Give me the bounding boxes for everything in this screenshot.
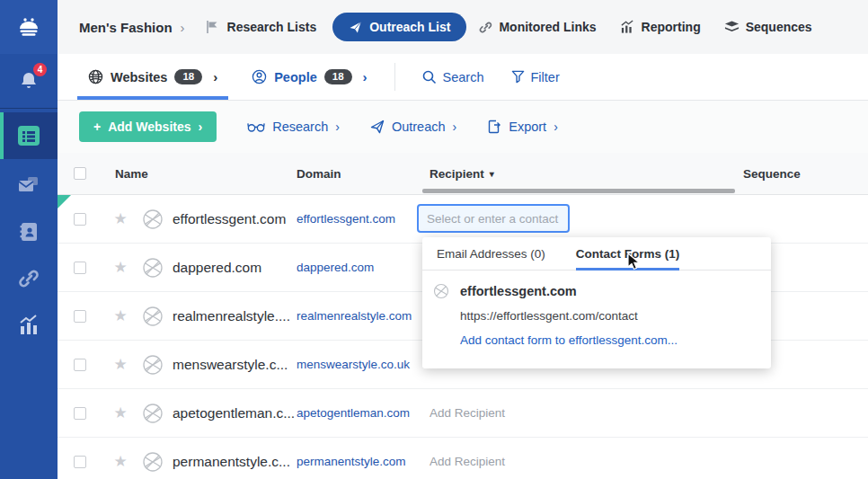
domain-link[interactable]: effortlessgent.com xyxy=(297,212,430,226)
add-contact-form-link[interactable]: Add contact form to effortlessgent.com..… xyxy=(460,333,757,347)
outreach-label: Outreach xyxy=(392,120,446,134)
column-header-domain[interactable]: Domain xyxy=(297,167,430,181)
search-icon xyxy=(422,70,437,84)
tab-people[interactable]: People 18 › xyxy=(248,54,370,100)
column-header-sequence[interactable]: Sequence xyxy=(743,167,868,181)
contact-picker-results: effortlessgent.com https://effortlessgen… xyxy=(422,271,771,347)
nav-outreach-list-label: Outreach List xyxy=(369,20,450,34)
website-name: apetogentleman.c... xyxy=(173,405,295,421)
domain-link[interactable]: realmenrealstyle.com xyxy=(297,309,430,323)
nav-reporting[interactable]: Reporting xyxy=(620,20,701,34)
star-icon[interactable]: ★ xyxy=(106,258,135,277)
notifications-button[interactable]: 4 xyxy=(0,61,58,101)
favicon-placeholder-icon xyxy=(142,257,164,279)
breadcrumb[interactable]: Men's Fashion › xyxy=(79,20,185,35)
contact-form-url[interactable]: https://effortlessgent.com/contact xyxy=(460,309,757,323)
domain-link[interactable]: menswearstyle.co.uk xyxy=(297,358,430,371)
tab-websites[interactable]: Websites 18 › xyxy=(84,54,221,100)
add-recipient-link[interactable]: Add Recipient xyxy=(430,455,743,468)
list-icon xyxy=(16,123,41,148)
nav-research-lists-label: Research Lists xyxy=(227,20,317,34)
website-name-cell: apetogentleman.c... xyxy=(135,403,297,424)
column-header-name[interactable]: Name xyxy=(106,167,297,181)
paper-plane-icon xyxy=(370,120,385,134)
horizontal-scrollbar[interactable] xyxy=(422,189,735,193)
chevron-right-icon: › xyxy=(213,69,217,84)
sidebar-item-lists[interactable] xyxy=(0,112,58,159)
sidebar-item-contacts[interactable] xyxy=(0,211,58,253)
row-checkbox[interactable] xyxy=(74,456,86,468)
filter-label: Filter xyxy=(531,70,560,84)
chevron-down-icon: ▾ xyxy=(490,169,494,179)
search-label: Search xyxy=(443,70,484,84)
mouse-cursor xyxy=(626,253,642,271)
websites-count-badge: 18 xyxy=(174,69,202,85)
recipient-header-label: Recipient xyxy=(430,167,484,181)
vertical-divider xyxy=(394,63,395,91)
nav-outreach-list[interactable]: Outreach List xyxy=(332,13,466,41)
star-icon[interactable]: ★ xyxy=(106,209,135,228)
search-button[interactable]: Search xyxy=(422,54,484,100)
address-book-icon xyxy=(18,221,40,243)
row-checkbox[interactable] xyxy=(74,213,86,226)
active-row-corner-marker xyxy=(58,195,71,208)
sidebar-item-outreach[interactable] xyxy=(0,164,58,206)
nav-sequences[interactable]: Sequences xyxy=(724,20,812,34)
favicon-placeholder-icon xyxy=(142,354,164,376)
row-checkbox[interactable] xyxy=(74,407,86,420)
select-all-checkbox[interactable] xyxy=(74,167,86,180)
favicon-placeholder-icon xyxy=(142,451,164,473)
plus-icon: + xyxy=(93,120,101,134)
star-icon[interactable]: ★ xyxy=(106,452,135,471)
export-menu-button[interactable]: Export › xyxy=(487,120,558,134)
filter-icon xyxy=(511,70,525,84)
column-header-recipient[interactable]: Recipient ▾ xyxy=(430,167,743,181)
row-checkbox[interactable] xyxy=(74,262,86,274)
row-checkbox[interactable] xyxy=(74,359,86,371)
domain-link[interactable]: permanentstyle.com xyxy=(297,455,430,468)
sidebar-item-reports[interactable] xyxy=(0,305,58,346)
mail-send-icon xyxy=(17,174,40,196)
buzzstream-logo-icon xyxy=(15,13,42,40)
sidebar: 4 xyxy=(0,0,58,479)
outreach-menu-button[interactable]: Outreach › xyxy=(370,120,456,134)
chevron-right-icon: › xyxy=(335,120,340,134)
website-name: permanentstyle.c... xyxy=(173,454,290,470)
bar-chart-icon xyxy=(620,20,635,34)
app-logo[interactable] xyxy=(0,0,58,54)
add-recipient-link[interactable]: Add Recipient xyxy=(430,406,743,420)
website-name: realmenrealstyle.... xyxy=(173,308,290,324)
table-row[interactable]: ★ permanentstyle.c... permanentstyle.com… xyxy=(58,438,868,479)
notification-badge: 4 xyxy=(33,63,47,76)
website-name-cell: dappered.com xyxy=(135,257,297,279)
chart-icon xyxy=(17,314,40,337)
domain-link[interactable]: dappered.com xyxy=(297,261,430,274)
research-menu-button[interactable]: Research › xyxy=(247,120,340,134)
domain-link[interactable]: apetogentleman.com xyxy=(297,406,430,420)
favicon-placeholder-icon xyxy=(142,208,164,230)
add-websites-button[interactable]: + Add Websites › xyxy=(79,111,217,142)
nav-research-lists[interactable]: Research Lists xyxy=(205,20,317,34)
star-icon[interactable]: ★ xyxy=(106,355,135,374)
filter-button[interactable]: Filter xyxy=(511,54,560,100)
globe-icon xyxy=(88,69,103,84)
star-icon[interactable]: ★ xyxy=(106,306,135,325)
nav-monitored-links-label: Monitored Links xyxy=(499,20,596,34)
recipient-contact-input[interactable] xyxy=(417,204,570,233)
contact-result-name: effortlessgent.com xyxy=(460,284,577,298)
tab-people-label: People xyxy=(274,70,317,84)
action-bar: + Add Websites › Research › Outreach › xyxy=(58,101,868,153)
tab-websites-label: Websites xyxy=(111,70,167,84)
tab-email-addresses[interactable]: Email Addresses (0) xyxy=(437,237,545,270)
contact-picker-dropdown: Email Addresses (0) Contact Forms (1) ef… xyxy=(422,237,771,368)
website-name: dappered.com xyxy=(173,260,261,276)
sidebar-item-links[interactable] xyxy=(0,258,58,299)
star-icon[interactable]: ★ xyxy=(106,404,135,422)
table-row[interactable]: ★ apetogentleman.c... apetogentleman.com… xyxy=(58,389,868,438)
row-checkbox[interactable] xyxy=(74,310,86,323)
nav-monitored-links[interactable]: Monitored Links xyxy=(479,20,596,34)
website-name-cell: permanentstyle.c... xyxy=(135,451,297,473)
chevron-right-icon: › xyxy=(181,20,185,35)
chevron-right-icon: › xyxy=(554,120,558,134)
people-count-badge: 18 xyxy=(324,69,352,85)
